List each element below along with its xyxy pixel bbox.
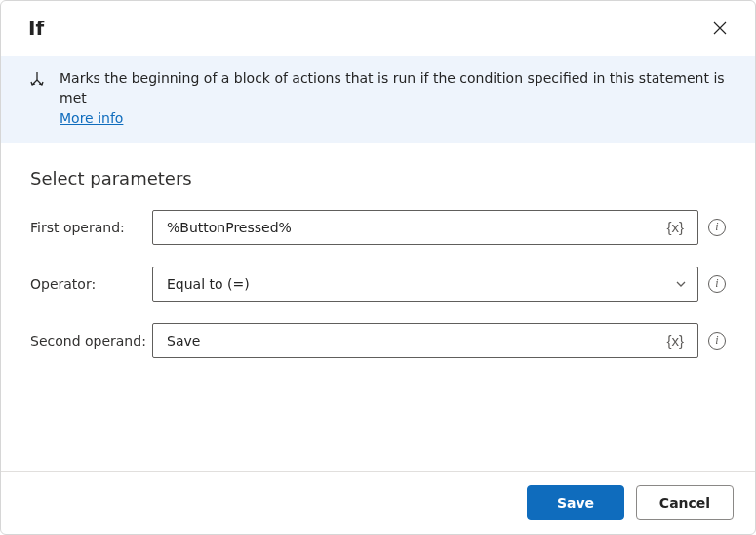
row-first-operand: First operand: %ButtonPressed% {x} i <box>30 210 726 245</box>
close-icon <box>713 21 727 35</box>
dialog-titlebar: If <box>1 1 755 56</box>
chevron-down-icon <box>674 277 688 291</box>
info-icon[interactable]: i <box>708 219 726 236</box>
section-heading: Select parameters <box>30 168 726 188</box>
first-operand-input[interactable]: %ButtonPressed% {x} <box>152 210 698 245</box>
info-icon[interactable]: i <box>708 275 726 293</box>
dialog-title: If <box>28 17 44 40</box>
first-operand-label: First operand: <box>30 220 152 235</box>
info-icon[interactable]: i <box>708 332 726 350</box>
second-operand-input[interactable]: Save {x} <box>152 323 698 358</box>
branch-icon <box>28 71 46 93</box>
variable-picker-button[interactable]: {x} <box>662 217 688 237</box>
operator-label: Operator: <box>30 276 152 292</box>
first-operand-value: %ButtonPressed% <box>167 220 662 235</box>
row-second-operand: Second operand: Save {x} i <box>30 323 726 358</box>
more-info-link[interactable]: More info <box>60 109 123 129</box>
second-operand-label: Second operand: <box>30 333 152 349</box>
close-button[interactable] <box>706 15 734 42</box>
variable-picker-button[interactable]: {x} <box>662 330 688 350</box>
dialog-content: Select parameters First operand: %Button… <box>1 143 755 471</box>
info-banner: Marks the beginning of a block of action… <box>1 56 755 143</box>
info-description: Marks the beginning of a block of action… <box>60 70 725 105</box>
operator-select[interactable]: Equal to (=) <box>152 267 698 302</box>
dialog-footer: Save Cancel <box>1 471 755 534</box>
row-operator: Operator: Equal to (=) i <box>30 267 726 302</box>
second-operand-value: Save <box>167 333 662 349</box>
save-button[interactable]: Save <box>527 485 624 520</box>
info-text-block: Marks the beginning of a block of action… <box>60 69 736 129</box>
cancel-button[interactable]: Cancel <box>636 485 734 520</box>
operator-value: Equal to (=) <box>167 276 674 292</box>
